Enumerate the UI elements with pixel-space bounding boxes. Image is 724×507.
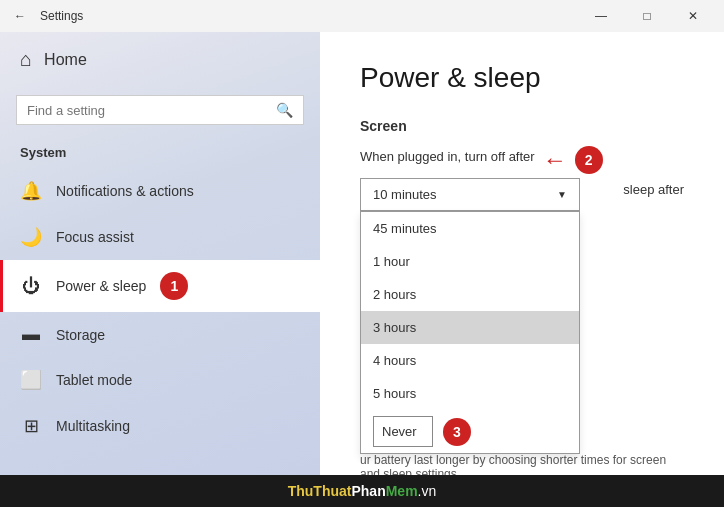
save-energy-desc-text: ur battery last longer by choosing short…	[360, 453, 666, 475]
main-layout: ⌂ Home 🔍 System 🔔 Notifications & action…	[0, 32, 724, 475]
screen-section-title: Screen	[360, 118, 684, 134]
brand-phan: Phan	[351, 483, 385, 499]
brand-bar: ThuThuatPhanMem.vn	[0, 475, 724, 507]
focus-icon: 🌙	[20, 226, 42, 248]
sidebar-item-power[interactable]: ⏻ Power & sleep 1	[0, 260, 320, 312]
save-energy-desc: ur battery last longer by choosing short…	[360, 453, 684, 475]
sidebar-section-label: System	[0, 141, 320, 168]
sidebar-item-focus[interactable]: 🌙 Focus assist	[0, 214, 320, 260]
sidebar-item-notifications[interactable]: 🔔 Notifications & actions	[0, 168, 320, 214]
dropdown-selected[interactable]: 10 minutes ▼	[360, 178, 580, 211]
brand-thuat: Thuat	[313, 483, 351, 499]
notifications-icon: 🔔	[20, 180, 42, 202]
app-title: Settings	[40, 9, 83, 23]
red-arrow-icon: ←	[543, 146, 567, 174]
dropdown-container: 10 minutes ▼ 45 minutes 1 hour 2 hours 3…	[360, 178, 580, 211]
maximize-button[interactable]: □	[624, 0, 670, 32]
annotation-1: 1	[160, 272, 188, 300]
search-input[interactable]	[27, 103, 268, 118]
home-icon: ⌂	[20, 48, 32, 71]
notifications-label: Notifications & actions	[56, 183, 194, 199]
content-area: Power & sleep Screen When plugged in, tu…	[320, 32, 724, 475]
power-icon: ⏻	[20, 276, 42, 297]
back-button[interactable]: ←	[8, 4, 32, 28]
plugged-in-label: When plugged in, turn off after	[360, 149, 535, 164]
power-label: Power & sleep	[56, 278, 146, 294]
sidebar-item-tablet[interactable]: ⬜ Tablet mode	[0, 357, 320, 403]
window-controls: — □ ✕	[578, 0, 716, 32]
brand-thu: Thu	[288, 483, 314, 499]
home-label: Home	[44, 51, 87, 69]
dropdown-list: 45 minutes 1 hour 2 hours 3 hours 4 hour…	[360, 211, 580, 454]
brand-mem: Mem	[386, 483, 418, 499]
annotation-2: 2	[575, 146, 603, 174]
sleep-after-label: sleep after	[623, 182, 684, 197]
page-title: Power & sleep	[360, 62, 684, 94]
tablet-label: Tablet mode	[56, 372, 132, 388]
dropdown-item-3hours[interactable]: 3 hours	[361, 311, 579, 344]
dropdown-item-4hours[interactable]: 4 hours	[361, 344, 579, 377]
storage-label: Storage	[56, 327, 105, 343]
multitasking-label: Multitasking	[56, 418, 130, 434]
multitasking-icon: ⊞	[20, 415, 42, 437]
dropdown-item-never[interactable]: Never	[373, 416, 433, 447]
sidebar-item-storage[interactable]: ▬ Storage	[0, 312, 320, 357]
close-button[interactable]: ✕	[670, 0, 716, 32]
tablet-icon: ⬜	[20, 369, 42, 391]
sidebar-item-multitasking[interactable]: ⊞ Multitasking	[0, 403, 320, 449]
chevron-down-icon: ▼	[557, 189, 567, 200]
dropdown-item-45min[interactable]: 45 minutes	[361, 212, 579, 245]
dropdown-value: 10 minutes	[373, 187, 437, 202]
search-icon: 🔍	[276, 102, 293, 118]
search-box[interactable]: 🔍	[16, 95, 304, 125]
dropdown-item-1hour[interactable]: 1 hour	[361, 245, 579, 278]
home-nav-item[interactable]: ⌂ Home	[0, 32, 320, 87]
annotation-row: When plugged in, turn off after ← 2	[360, 146, 684, 174]
storage-icon: ▬	[20, 324, 42, 345]
minimize-button[interactable]: —	[578, 0, 624, 32]
dropdown-item-5hours[interactable]: 5 hours	[361, 377, 579, 410]
focus-label: Focus assist	[56, 229, 134, 245]
annotation-3: 3	[443, 418, 471, 446]
dropdown-item-2hours[interactable]: 2 hours	[361, 278, 579, 311]
title-bar: ← Settings — □ ✕	[0, 0, 724, 32]
brand-vn: .vn	[418, 483, 437, 499]
sidebar: ⌂ Home 🔍 System 🔔 Notifications & action…	[0, 32, 320, 475]
